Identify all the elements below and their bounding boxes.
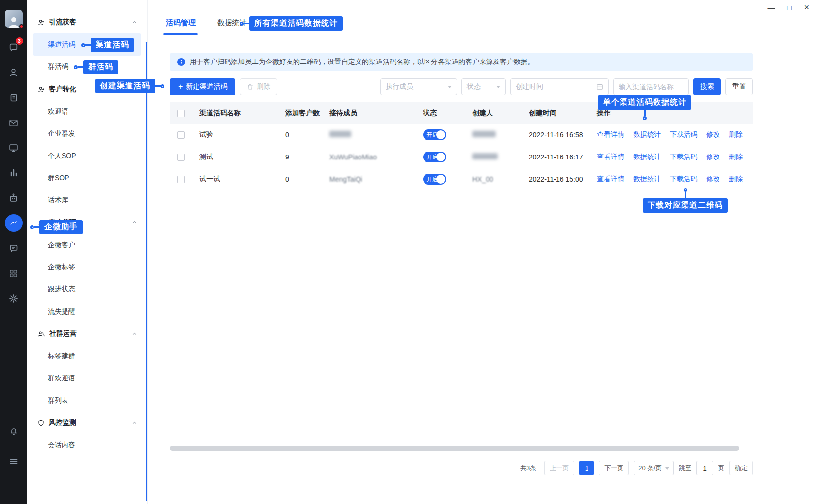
mail-icon[interactable] (4, 113, 24, 132)
sidebar-item-chat-content[interactable]: 会话内容 (33, 434, 141, 456)
person-arrow-icon (38, 86, 44, 93)
sidebar-item-tag-group[interactable]: 标签建群 (33, 345, 141, 367)
window-controls: — □ × (767, 2, 809, 13)
sidebar-item-group-sop[interactable]: 群SOP (33, 167, 141, 189)
table-row: 测试 9 XuWuPiaoMiao 开启 2022-11-16 16:17 查看… (170, 146, 753, 168)
banner-text: 用于客户扫码添加员工为企微好友的二维码，设置自定义的渠道活码名称，以区分各渠道的… (190, 58, 534, 66)
section-label: 客户转化 (49, 85, 76, 94)
sidebar-item-welcome[interactable]: 欢迎语 (33, 100, 141, 123)
sidebar-section-acquisition[interactable]: 引流获客 (27, 11, 147, 33)
jump-label: 跳至 (679, 464, 691, 472)
download-code-link[interactable]: 下载活码 (670, 175, 697, 184)
section-label: 风控监测 (49, 418, 76, 427)
unread-badge: 3 (16, 37, 23, 45)
data-stats-link[interactable]: 数据统计 (633, 130, 661, 139)
sidebar-accent-scrollbar[interactable] (146, 42, 147, 501)
chart-icon[interactable] (4, 163, 24, 183)
create-channel-code-button[interactable]: + 新建渠道活码 (170, 78, 235, 95)
sidebar-item-group-welcome[interactable]: 群欢迎语 (33, 367, 141, 389)
edit-link[interactable]: 修改 (706, 175, 720, 184)
delete-link[interactable]: 删除 (729, 175, 743, 184)
toolbar: + 新建渠道活码 删除 执行成员 状态 创建时间 (170, 78, 753, 95)
calendar-icon (596, 83, 603, 90)
gear-icon[interactable] (4, 288, 24, 308)
tasks-icon[interactable] (4, 88, 24, 107)
row-checkbox[interactable] (177, 176, 185, 183)
sidebar-section-community[interactable]: 社群运营 (27, 322, 147, 345)
chat-icon[interactable]: 3 (4, 37, 24, 57)
tab-code-management[interactable]: 活码管理 (163, 18, 198, 35)
download-code-link[interactable]: 下载活码 (670, 130, 697, 139)
maximize-button[interactable]: □ (787, 2, 791, 13)
sidebar-section-customer-mgmt[interactable]: 客户管理 (27, 211, 147, 234)
close-button[interactable]: × (804, 2, 809, 13)
reset-button[interactable]: 重置 (725, 78, 753, 95)
code-name-search-input[interactable] (613, 78, 689, 95)
chevron-down-icon (448, 86, 452, 90)
sidebar-item-group-code[interactable]: 群活码 (33, 56, 141, 78)
delete-button[interactable]: 删除 (240, 78, 277, 95)
status-toggle[interactable]: 开启 (423, 174, 446, 185)
delete-link[interactable]: 删除 (729, 130, 743, 139)
delete-link[interactable]: 删除 (729, 153, 743, 161)
section-label: 引流获客 (49, 18, 76, 27)
sidebar-item-group-list[interactable]: 群列表 (33, 389, 141, 411)
tab-data-statistics[interactable]: 数据统计 (215, 18, 249, 35)
page-size-select[interactable]: 20 条/页 (634, 461, 674, 475)
view-detail-link[interactable]: 查看详情 (597, 153, 624, 161)
total-count: 共3条 (520, 464, 536, 472)
view-detail-link[interactable]: 查看详情 (597, 175, 624, 184)
status-filter-select[interactable]: 状态 (461, 78, 506, 95)
prev-page-button[interactable]: 上一页 (544, 461, 574, 475)
page-number-current[interactable]: 1 (579, 461, 594, 475)
contacts-icon[interactable] (4, 63, 24, 82)
data-stats-link[interactable]: 数据统计 (633, 175, 661, 184)
create-date-picker[interactable]: 创建时间 (510, 78, 609, 95)
member-filter-select[interactable]: 执行成员 (380, 78, 457, 95)
sidebar-item-channel-code[interactable]: 渠道活码 (33, 33, 141, 56)
edit-link[interactable]: 修改 (706, 130, 720, 139)
monitor-icon[interactable] (4, 138, 24, 158)
wecom-assistant-icon[interactable] (5, 214, 23, 232)
download-code-link[interactable]: 下载活码 (670, 153, 697, 161)
info-banner: 用于客户扫码添加员工为企微好友的二维码，设置自定义的渠道活码名称，以区分各渠道的… (170, 53, 753, 71)
horizontal-scrollbar[interactable] (170, 446, 739, 451)
sidebar-item-churn-alert[interactable]: 流失提醒 (33, 300, 141, 322)
sidebar-item-wecom-tags[interactable]: 企微标签 (33, 256, 141, 278)
content-panel: 用于客户扫码添加员工为企微好友的二维码，设置自定义的渠道活码名称，以区分各渠道的… (170, 35, 753, 504)
menu-icon[interactable] (4, 451, 24, 471)
sidebar-section-conversion[interactable]: 客户转化 (27, 78, 147, 100)
select-all-checkbox[interactable] (177, 110, 185, 117)
row-checkbox[interactable] (177, 154, 185, 161)
table-row: 试验 0 开启 2022-11-16 16:58 查看详情 数据统计 下载活码 … (170, 124, 753, 146)
sidebar-item-personal-sop[interactable]: 个人SOP (33, 145, 141, 167)
user-avatar[interactable] (5, 10, 23, 28)
bell-icon[interactable] (4, 421, 24, 441)
table-header-row: 渠道活码名称 添加客户数 接待成员 状态 创建人 创建时间 操作 (170, 102, 753, 124)
search-button[interactable]: 搜索 (693, 78, 721, 95)
nav-sidebar: 引流获客 渠道活码 群活码 客户转化 欢迎语 企业群发 个人SOP 群SOP 话… (27, 0, 148, 504)
apps-icon[interactable] (4, 263, 24, 283)
chevron-down-icon (496, 86, 500, 90)
sidebar-item-script-library[interactable]: 话术库 (33, 189, 141, 211)
main-area: — □ × 活码管理 数据统计 用于客户扫码添加员工为企微好友的二维码，设置自定… (148, 0, 817, 504)
creator-name: HX_00 (472, 175, 493, 183)
data-stats-link[interactable]: 数据统计 (633, 153, 661, 161)
person-plus-icon (38, 19, 44, 26)
sidebar-section-risk[interactable]: 风控监测 (27, 411, 147, 434)
next-page-button[interactable]: 下一页 (599, 461, 629, 475)
row-checkbox[interactable] (177, 131, 185, 139)
sidebar-item-wecom-customers[interactable]: 企微客户 (33, 234, 141, 256)
status-toggle[interactable]: 开启 (423, 152, 446, 162)
sidebar-item-mass-send[interactable]: 企业群发 (33, 123, 141, 145)
status-toggle[interactable]: 开启 (423, 129, 446, 140)
jump-page-input[interactable] (696, 461, 713, 475)
message-icon[interactable] (4, 238, 24, 258)
confirm-button[interactable]: 确定 (729, 461, 753, 475)
edit-link[interactable]: 修改 (706, 153, 720, 161)
view-detail-link[interactable]: 查看详情 (597, 130, 624, 139)
robot-icon[interactable] (4, 188, 24, 208)
sidebar-item-follow-status[interactable]: 跟进状态 (33, 278, 141, 300)
minimize-button[interactable]: — (767, 2, 775, 13)
chevron-up-icon (132, 420, 137, 426)
